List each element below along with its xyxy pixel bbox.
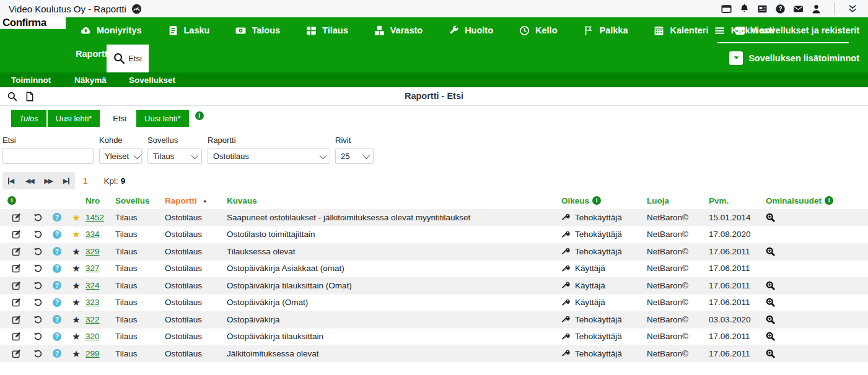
star-icon[interactable]: ★ bbox=[67, 213, 85, 222]
mail-icon[interactable] bbox=[793, 4, 804, 14]
report-number-link[interactable]: 327 bbox=[85, 264, 100, 273]
tab-etsi[interactable]: Etsi bbox=[105, 110, 134, 127]
window-icon[interactable] bbox=[721, 4, 732, 14]
question-icon[interactable]: ? bbox=[53, 315, 61, 324]
prev-page-button[interactable]: ◀◀ bbox=[25, 178, 33, 184]
search-input[interactable] bbox=[2, 149, 94, 164]
logo[interactable]: Confirma bbox=[0, 17, 66, 29]
last-page-button[interactable]: ▶ bbox=[63, 178, 69, 184]
edit-icon[interactable] bbox=[12, 315, 21, 324]
history-icon[interactable] bbox=[33, 281, 43, 290]
edit-icon[interactable] bbox=[12, 298, 21, 307]
nav-item-tilaus[interactable]: Tilaus bbox=[306, 25, 348, 36]
gauge-icon[interactable] bbox=[131, 4, 142, 14]
menu-sovellukset[interactable]: Sovellukset bbox=[129, 75, 175, 85]
column-header-pvm[interactable]: Pvm. bbox=[709, 196, 766, 205]
bell-icon[interactable] bbox=[739, 4, 750, 14]
all-apps-button[interactable]: Kaikki sovellukset ja rekisterit bbox=[714, 17, 859, 43]
chevrons-down-icon[interactable] bbox=[847, 4, 858, 14]
column-header-nro[interactable]: Nro bbox=[85, 196, 115, 205]
current-page[interactable]: 1 bbox=[83, 176, 88, 186]
report-number-link[interactable]: 320 bbox=[85, 332, 100, 341]
info-icon[interactable]: i bbox=[825, 196, 833, 205]
report-number-link[interactable]: 323 bbox=[85, 298, 100, 307]
first-page-button[interactable]: ◀ bbox=[8, 178, 14, 184]
nav-item-lasku[interactable]: Lasku bbox=[168, 25, 210, 36]
star-icon[interactable]: ★ bbox=[67, 298, 85, 307]
nav-item-varasto[interactable]: Varasto bbox=[374, 25, 423, 36]
star-icon[interactable]: ★ bbox=[67, 332, 85, 341]
question-icon[interactable]: ? bbox=[53, 298, 61, 307]
star-icon[interactable]: ★ bbox=[67, 264, 85, 273]
zoom-plus-icon[interactable] bbox=[766, 315, 775, 324]
report-number-link[interactable]: 334 bbox=[85, 230, 100, 239]
report-number-link[interactable]: 1452 bbox=[85, 213, 104, 222]
tab-uusi-lehti-[interactable]: Uusi lehti* bbox=[136, 110, 189, 127]
nav-item-huolto[interactable]: Huolto bbox=[449, 25, 493, 36]
app-tab-raportti[interactable]: Raportti bbox=[76, 49, 110, 59]
zoom-plus-icon[interactable] bbox=[766, 213, 775, 222]
edit-icon[interactable] bbox=[12, 230, 21, 239]
column-header-oikeus[interactable]: Oikeusi bbox=[561, 196, 647, 205]
report-number-link[interactable]: 324 bbox=[85, 281, 100, 290]
report-number-link[interactable]: 299 bbox=[85, 349, 100, 358]
tab-tulos[interactable]: Tulos bbox=[11, 110, 46, 127]
history-icon[interactable] bbox=[33, 230, 43, 239]
column-header-kuvaus[interactable]: Kuvaus bbox=[227, 196, 561, 205]
star-icon[interactable]: ★ bbox=[67, 230, 85, 239]
question-icon[interactable]: ? bbox=[53, 349, 61, 358]
history-icon[interactable] bbox=[33, 247, 43, 256]
zoom-plus-icon[interactable] bbox=[766, 281, 775, 290]
star-icon[interactable]: ★ bbox=[67, 247, 85, 256]
app-subtab-etsi[interactable]: Etsi bbox=[107, 45, 149, 72]
nav-item-palkka[interactable]: Palkka bbox=[584, 25, 628, 36]
sovellus-select[interactable]: Tilaus bbox=[147, 149, 202, 164]
zoom-plus-icon[interactable] bbox=[766, 332, 775, 341]
news-icon[interactable] bbox=[757, 4, 768, 14]
nav-item-talous[interactable]: Talous bbox=[235, 25, 280, 36]
menu-nakyma[interactable]: Näkymä bbox=[74, 75, 107, 85]
raportti-select[interactable]: Ostotilaus bbox=[208, 149, 330, 164]
next-page-button[interactable]: ▶▶ bbox=[44, 178, 52, 184]
history-icon[interactable] bbox=[33, 315, 43, 324]
edit-icon[interactable] bbox=[12, 349, 21, 358]
edit-icon[interactable] bbox=[12, 247, 21, 256]
zoom-plus-icon[interactable] bbox=[766, 247, 775, 256]
user-icon[interactable] bbox=[811, 4, 822, 14]
nav-item-kello[interactable]: Kello bbox=[519, 25, 557, 36]
edit-icon[interactable] bbox=[12, 281, 21, 290]
report-number-link[interactable]: 329 bbox=[85, 247, 100, 256]
star-icon[interactable]: ★ bbox=[67, 349, 85, 358]
column-header-ominaisuudet[interactable]: Ominaisuudeti bbox=[766, 196, 868, 205]
logo-text[interactable]: Confirma bbox=[0, 17, 66, 28]
column-header-sovellus[interactable]: Sovellus bbox=[115, 196, 165, 205]
info-icon[interactable]: i bbox=[592, 196, 601, 205]
history-icon[interactable] bbox=[33, 213, 43, 222]
extra-actions-button[interactable]: Sovelluksen lisätoiminnot bbox=[729, 43, 859, 72]
history-icon[interactable] bbox=[33, 264, 43, 273]
edit-icon[interactable] bbox=[12, 332, 21, 341]
question-icon[interactable]: ? bbox=[53, 213, 61, 222]
rivit-select[interactable]: 25 bbox=[335, 149, 374, 164]
info-icon[interactable]: i bbox=[7, 196, 16, 205]
history-icon[interactable] bbox=[33, 349, 43, 358]
zoom-plus-icon[interactable] bbox=[766, 349, 775, 358]
edit-icon[interactable] bbox=[12, 264, 21, 273]
zoom-plus-icon[interactable] bbox=[766, 298, 775, 307]
star-icon[interactable]: ★ bbox=[67, 281, 85, 290]
help-icon[interactable]: ? bbox=[775, 4, 786, 14]
question-icon[interactable]: ? bbox=[53, 332, 61, 341]
column-header-luoja[interactable]: Luoja bbox=[647, 196, 709, 205]
question-icon[interactable]: ? bbox=[53, 281, 61, 290]
star-icon[interactable]: ★ bbox=[67, 315, 85, 324]
nav-item-kalenteri[interactable]: Kalenteri bbox=[654, 25, 708, 36]
edit-icon[interactable] bbox=[12, 213, 21, 222]
tab-uusi-lehti-[interactable]: Uusi lehti* bbox=[48, 110, 100, 127]
history-icon[interactable] bbox=[33, 332, 43, 341]
report-number-link[interactable]: 322 bbox=[85, 315, 100, 324]
question-icon[interactable]: ? bbox=[53, 230, 61, 239]
question-icon[interactable]: ? bbox=[53, 247, 61, 256]
kohde-select[interactable]: Yleiset bbox=[99, 149, 142, 164]
question-icon[interactable]: ? bbox=[53, 264, 61, 273]
info-icon[interactable]: i bbox=[195, 111, 204, 120]
